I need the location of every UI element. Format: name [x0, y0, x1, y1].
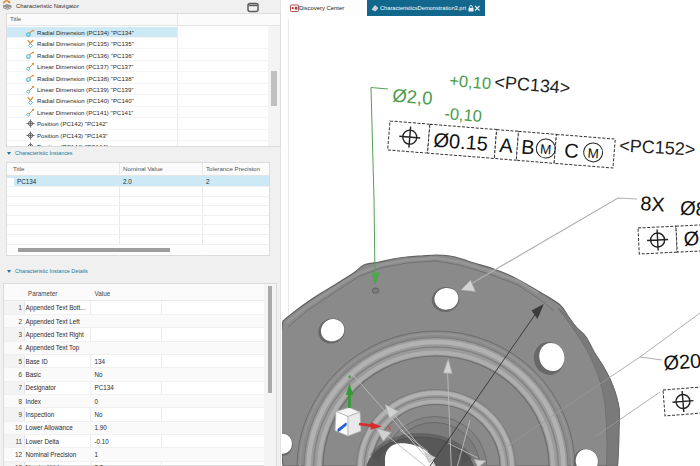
svg-text:Ø8: Ø8 [683, 226, 700, 249]
svg-text:M: M [587, 145, 599, 161]
svg-text:x: x [388, 424, 392, 431]
svg-text:<PC152>: <PC152> [619, 136, 696, 160]
svg-text:Ø0.15: Ø0.15 [433, 129, 489, 155]
svg-text:B: B [520, 136, 535, 159]
svg-text:Ø208: Ø208 [663, 349, 700, 374]
svg-text:C: C [563, 139, 579, 162]
svg-text:A: A [499, 134, 515, 157]
svg-text:+0,10: +0,10 [449, 71, 492, 92]
svg-text:8X: 8X [640, 192, 666, 215]
svg-text:M: M [540, 142, 552, 158]
svg-text:<PC134>: <PC134> [494, 72, 571, 98]
svg-text:Ø2,0: Ø2,0 [392, 85, 434, 109]
svg-text:-0,10: -0,10 [444, 104, 483, 125]
svg-text:Ø8: Ø8 [680, 196, 700, 220]
